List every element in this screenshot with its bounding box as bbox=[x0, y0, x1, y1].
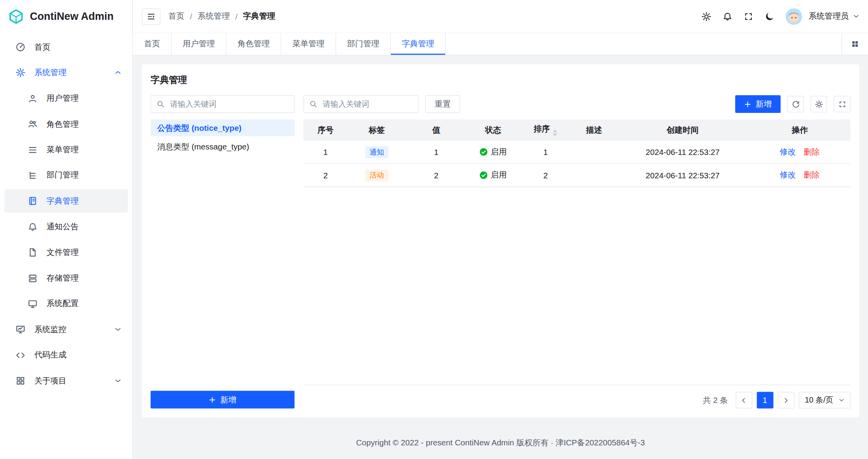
search-icon bbox=[309, 100, 318, 109]
add-button[interactable]: 新增 bbox=[735, 95, 781, 113]
breadcrumb-home[interactable]: 首页 bbox=[168, 11, 184, 21]
sidebar-item-department-management[interactable]: 部门管理 bbox=[4, 164, 128, 187]
table-fullscreen-button[interactable] bbox=[834, 96, 850, 113]
tab-user-management[interactable]: 用户管理 bbox=[172, 33, 227, 55]
storage-icon bbox=[28, 273, 38, 283]
pagination-page-1[interactable]: 1 bbox=[757, 392, 773, 409]
sorter-icon[interactable] bbox=[553, 130, 558, 136]
cell-label: 活动 bbox=[348, 169, 406, 181]
dict-type-item-notice[interactable]: 公告类型 (notice_type) bbox=[151, 120, 295, 136]
delete-link[interactable]: 删除 bbox=[804, 171, 820, 179]
sidebar-item-user-management[interactable]: 用户管理 bbox=[4, 87, 128, 110]
dict-type-item-message[interactable]: 消息类型 (message_type) bbox=[151, 138, 295, 155]
chevron-up-icon bbox=[114, 69, 121, 76]
sidebar-menu: 首页 系统管理 用户管理 角色 bbox=[0, 33, 132, 459]
sidebar-item-notice[interactable]: 通知公告 bbox=[4, 215, 128, 239]
table-row: 1 通知 1 启用 1 2024-06-11 22:53:27 bbox=[303, 141, 850, 164]
delete-link[interactable]: 删除 bbox=[804, 147, 820, 156]
sidebar-item-role-management[interactable]: 角色管理 bbox=[4, 113, 128, 136]
column-value: 值 bbox=[406, 125, 467, 135]
app-title: ContiNew Admin bbox=[30, 11, 114, 23]
cell-actions: 修改删除 bbox=[749, 170, 850, 180]
dark-mode-button[interactable] bbox=[760, 7, 778, 26]
breadcrumb-system[interactable]: 系统管理 bbox=[198, 11, 230, 21]
content-area: 字典管理 公告类型 (notice_type) 消息类型 (message_t bbox=[133, 55, 868, 426]
sidebar-item-code-generation[interactable]: 代码生成 bbox=[4, 343, 128, 367]
sidebar-item-label: 首页 bbox=[34, 42, 121, 52]
settings-button[interactable] bbox=[697, 7, 715, 26]
sidebar-item-label: 系统监控 bbox=[34, 324, 106, 335]
tab-department-management[interactable]: 部门管理 bbox=[336, 33, 391, 55]
sidebar-item-label: 菜单管理 bbox=[46, 144, 121, 155]
user-name[interactable]: 系统管理员 bbox=[808, 11, 849, 21]
dict-item-search-input[interactable] bbox=[303, 95, 419, 113]
sidebar-item-label: 关于项目 bbox=[34, 376, 106, 386]
sidebar-item-about[interactable]: 关于项目 bbox=[4, 369, 128, 392]
sidebar-item-home[interactable]: 首页 bbox=[4, 35, 128, 59]
dashboard-icon bbox=[16, 42, 26, 52]
main-area: 首页 / 系统管理 / 字典管理 bbox=[133, 0, 868, 459]
cell-no: 1 bbox=[303, 148, 348, 157]
page-size-value: 10 条/页 bbox=[805, 395, 833, 405]
sidebar-item-label: 用户管理 bbox=[46, 93, 121, 104]
sidebar-item-label: 文件管理 bbox=[46, 247, 121, 258]
sidebar-item-system-config[interactable]: 系统配置 bbox=[4, 292, 128, 316]
dict-type-add-button[interactable]: 新增 bbox=[151, 391, 295, 408]
cell-value: 2 bbox=[406, 171, 467, 180]
pagination-prev-button[interactable] bbox=[736, 392, 752, 409]
edit-link[interactable]: 修改 bbox=[780, 147, 796, 156]
footer: Copyright © 2022 - present ContiNew Admi… bbox=[133, 426, 868, 459]
breadcrumb-current: 字典管理 bbox=[243, 11, 275, 21]
sidebar-item-label: 角色管理 bbox=[46, 119, 121, 129]
gear-icon bbox=[16, 68, 26, 78]
dict-item-table: 序号 标签 值 状态 排序 描述 创建时间 操作 bbox=[303, 120, 850, 385]
sidebar-item-label: 系统管理 bbox=[34, 67, 106, 78]
tab-menu-management[interactable]: 菜单管理 bbox=[281, 33, 336, 55]
check-circle-icon bbox=[479, 148, 487, 156]
user-avatar[interactable] bbox=[785, 8, 802, 25]
breadcrumb: 首页 / 系统管理 / 字典管理 bbox=[168, 11, 275, 21]
dict-type-search bbox=[151, 95, 295, 113]
cell-actions: 修改删除 bbox=[749, 147, 850, 157]
users-icon bbox=[28, 119, 38, 129]
edit-link[interactable]: 修改 bbox=[780, 171, 796, 179]
chevron-down-icon bbox=[114, 378, 121, 384]
cell-created: 2024-06-11 22:53:27 bbox=[616, 148, 749, 157]
chevron-down-icon[interactable] bbox=[853, 13, 859, 19]
sidebar-item-menu-management[interactable]: 菜单管理 bbox=[4, 138, 128, 162]
tab-actions-icon[interactable] bbox=[842, 33, 868, 55]
pagination-next-button[interactable] bbox=[778, 392, 794, 409]
cell-created: 2024-06-11 22:53:27 bbox=[616, 171, 749, 180]
dict-type-search-input[interactable] bbox=[151, 95, 295, 113]
page-title: 字典管理 bbox=[151, 74, 850, 86]
app-window: ContiNew Admin 首页 系统管理 bbox=[0, 0, 868, 459]
sidebar-collapse-button[interactable] bbox=[142, 8, 160, 25]
sidebar-item-storage-management[interactable]: 存储管理 bbox=[4, 267, 128, 290]
file-icon bbox=[28, 248, 38, 258]
search-icon bbox=[156, 100, 165, 109]
reset-button[interactable]: 重置 bbox=[425, 95, 460, 113]
notifications-button[interactable] bbox=[718, 7, 736, 26]
page-size-select[interactable]: 10 条/页 bbox=[799, 392, 850, 409]
sidebar-item-system-management[interactable]: 系统管理 bbox=[4, 61, 128, 84]
app-logo[interactable]: ContiNew Admin bbox=[0, 0, 132, 33]
tree-icon bbox=[28, 171, 38, 181]
chevron-down-icon bbox=[114, 326, 121, 333]
topbar: 首页 / 系统管理 / 字典管理 bbox=[133, 0, 868, 33]
cell-status: 启用 bbox=[467, 146, 519, 157]
viewport-scaler: ContiNew Admin 首页 系统管理 bbox=[0, 0, 868, 459]
column-sort-label: 排序 bbox=[534, 125, 550, 134]
cell-status: 启用 bbox=[467, 170, 519, 181]
tab-home[interactable]: 首页 bbox=[133, 33, 172, 55]
tab-role-management[interactable]: 角色管理 bbox=[226, 33, 281, 55]
sidebar-item-system-monitor[interactable]: 系统监控 bbox=[4, 318, 128, 341]
cell-sort: 1 bbox=[519, 148, 572, 157]
dict-item-toolbar: 重置 新增 bbox=[303, 95, 850, 113]
refresh-button[interactable] bbox=[787, 96, 804, 113]
tab-dict-management[interactable]: 字典管理 bbox=[391, 33, 446, 55]
column-settings-button[interactable] bbox=[810, 96, 827, 113]
cell-sort: 2 bbox=[519, 171, 572, 180]
fullscreen-button[interactable] bbox=[739, 7, 757, 26]
sidebar-item-dict-management[interactable]: 字典管理 bbox=[4, 190, 128, 213]
sidebar-item-file-management[interactable]: 文件管理 bbox=[4, 241, 128, 264]
